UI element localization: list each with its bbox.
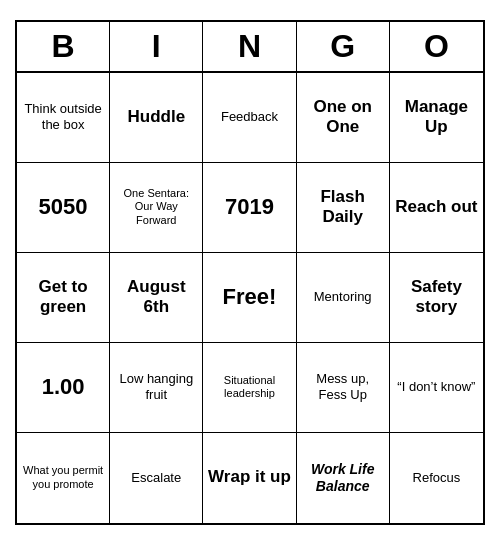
bingo-cell: “I don’t know” [390,343,483,433]
bingo-cell: Mess up, Fess Up [297,343,390,433]
bingo-cell: Mentoring [297,253,390,343]
header-letter: G [297,22,390,71]
bingo-cell: Reach out [390,163,483,253]
header-letter: I [110,22,203,71]
bingo-cell: Think outside the box [17,73,110,163]
bingo-cell: Situational leadership [203,343,296,433]
bingo-cell: One Sentara: Our Way Forward [110,163,203,253]
bingo-cell: Get to green [17,253,110,343]
header-letter: B [17,22,110,71]
bingo-cell: 5050 [17,163,110,253]
bingo-cell: Refocus [390,433,483,523]
bingo-cell: One on One [297,73,390,163]
header-letter: N [203,22,296,71]
bingo-cell: Work Life Balance [297,433,390,523]
bingo-cell: Huddle [110,73,203,163]
bingo-card: BINGO Think outside the boxHuddleFeedbac… [15,20,485,525]
bingo-cell: 1.00 [17,343,110,433]
bingo-cell: Flash Daily [297,163,390,253]
bingo-cell: Manage Up [390,73,483,163]
bingo-cell: What you permit you promote [17,433,110,523]
bingo-cell: 7019 [203,163,296,253]
bingo-cell: Low hanging fruit [110,343,203,433]
bingo-cell: Feedback [203,73,296,163]
bingo-cell: Free! [203,253,296,343]
bingo-grid: Think outside the boxHuddleFeedbackOne o… [17,73,483,523]
bingo-cell: Safety story [390,253,483,343]
bingo-cell: Wrap it up [203,433,296,523]
bingo-cell: August 6th [110,253,203,343]
bingo-header: BINGO [17,22,483,73]
header-letter: O [390,22,483,71]
bingo-cell: Escalate [110,433,203,523]
